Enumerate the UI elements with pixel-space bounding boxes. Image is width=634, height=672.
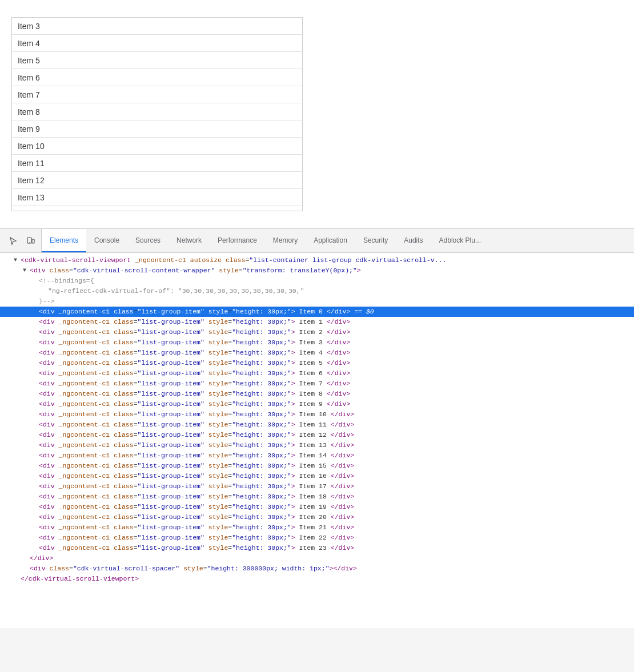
html-line-item12[interactable]: <div _ngcontent-c1 class="list-group-ite…	[0, 430, 634, 440]
devtools-tab-bar: Elements Console Sources Network Perform…	[0, 229, 634, 253]
tab-network[interactable]: Network	[168, 229, 210, 252]
html-line-item18[interactable]: <div _ngcontent-c1 class="list-group-ite…	[0, 492, 634, 502]
html-line-item0[interactable]: <div _ngcontent-c1 class="list-group-ite…	[0, 307, 634, 317]
devtools-icon-bar	[2, 229, 42, 252]
expand-triangle[interactable]: ▼	[23, 265, 30, 276]
html-line-item14[interactable]: <div _ngcontent-c1 class="list-group-ite…	[0, 450, 634, 461]
list-item: Item 8	[12, 103, 302, 120]
html-line-spacer[interactable]: <div class="cdk-virtual-scroll-spacer" s…	[0, 564, 634, 574]
html-line-comment: <!--bindings={	[0, 276, 634, 286]
tab-console[interactable]: Console	[86, 229, 127, 252]
devtools-elements-panel: ▼ <cdk-virtual-scroll-viewport _ngconten…	[0, 253, 634, 586]
html-line-item13[interactable]: <div _ngcontent-c1 class="list-group-ite…	[0, 440, 634, 450]
html-line-item10[interactable]: <div _ngcontent-c1 class="list-group-ite…	[0, 409, 634, 420]
list-item: Item 10	[12, 138, 302, 155]
html-line-item22[interactable]: <div _ngcontent-c1 class="list-group-ite…	[0, 533, 634, 543]
list-item: Item 7	[12, 86, 302, 103]
tab-audits[interactable]: Audits	[396, 229, 431, 252]
html-line-item2[interactable]: <div _ngcontent-c1 class="list-group-ite…	[0, 327, 634, 337]
html-line-item5[interactable]: <div _ngcontent-c1 class="list-group-ite…	[0, 358, 634, 368]
tab-adblock[interactable]: Adblock Plu...	[431, 229, 489, 252]
html-line[interactable]: ▼ <cdk-virtual-scroll-viewport _ngconten…	[0, 255, 634, 265]
list-item: Item 4	[12, 35, 302, 52]
html-line-item23[interactable]: <div _ngcontent-c1 class="list-group-ite…	[0, 543, 634, 553]
html-line-item7[interactable]: <div _ngcontent-c1 class="list-group-ite…	[0, 379, 634, 389]
list-item: Item 12	[12, 172, 302, 189]
list-item: Item 9	[12, 120, 302, 138]
html-line-close-viewport: </cdk-virtual-scroll-viewport>	[0, 574, 634, 584]
html-line-item8[interactable]: <div _ngcontent-c1 class="list-group-ite…	[0, 389, 634, 399]
tab-sources[interactable]: Sources	[127, 229, 168, 252]
devtools-panel: Elements Console Sources Network Perform…	[0, 228, 634, 628]
virtual-scroll-container[interactable]: Item 3 Item 4 Item 5 Item 6 Item 7 Item …	[11, 17, 303, 211]
html-line-item17[interactable]: <div _ngcontent-c1 class="list-group-ite…	[0, 481, 634, 492]
tab-application[interactable]: Application	[306, 229, 355, 252]
tab-elements[interactable]: Elements	[42, 229, 86, 252]
html-line-item20[interactable]: <div _ngcontent-c1 class="list-group-ite…	[0, 512, 634, 522]
html-line-close-div: </div>	[0, 553, 634, 564]
list-item: Item 11	[12, 155, 302, 172]
list-item: Item 13	[12, 189, 302, 206]
list-item: Item 3	[12, 18, 302, 35]
html-line-item19[interactable]: <div _ngcontent-c1 class="list-group-ite…	[0, 502, 634, 512]
list-item: Item 6	[12, 69, 302, 86]
html-line-item9[interactable]: <div _ngcontent-c1 class="list-group-ite…	[0, 399, 634, 409]
html-line-item6[interactable]: <div _ngcontent-c1 class="list-group-ite…	[0, 368, 634, 379]
list-item: Item 14	[12, 206, 302, 211]
list-item: Item 5	[12, 52, 302, 69]
svg-rect-1	[32, 239, 34, 243]
device-toggle-icon[interactable]	[24, 235, 37, 247]
html-line-item11[interactable]: <div _ngcontent-c1 class="list-group-ite…	[0, 420, 634, 430]
html-line-comment-end: }-->	[0, 296, 634, 307]
html-line-item1[interactable]: <div _ngcontent-c1 class="list-group-ite…	[0, 317, 634, 327]
html-line-item16[interactable]: <div _ngcontent-c1 class="list-group-ite…	[0, 471, 634, 481]
tab-memory[interactable]: Memory	[265, 229, 306, 252]
tab-security[interactable]: Security	[355, 229, 396, 252]
html-line[interactable]: ▼ <div class="cdk-virtual-scroll-content…	[0, 265, 634, 276]
html-line-item3[interactable]: <div _ngcontent-c1 class="list-group-ite…	[0, 337, 634, 348]
svg-point-2	[29, 242, 30, 243]
html-line-comment-content: "ng-reflect-cdk-virtual-for-of": "30,30,…	[0, 286, 634, 296]
html-line-item15[interactable]: <div _ngcontent-c1 class="list-group-ite…	[0, 461, 634, 471]
expand-triangle[interactable]: ▼	[14, 255, 21, 265]
demo-area: Item 3 Item 4 Item 5 Item 6 Item 7 Item …	[0, 0, 634, 228]
inspect-element-icon[interactable]	[7, 235, 19, 247]
tab-performance[interactable]: Performance	[210, 229, 265, 252]
html-line-item21[interactable]: <div _ngcontent-c1 class="list-group-ite…	[0, 522, 634, 533]
html-line-item4[interactable]: <div _ngcontent-c1 class="list-group-ite…	[0, 348, 634, 358]
